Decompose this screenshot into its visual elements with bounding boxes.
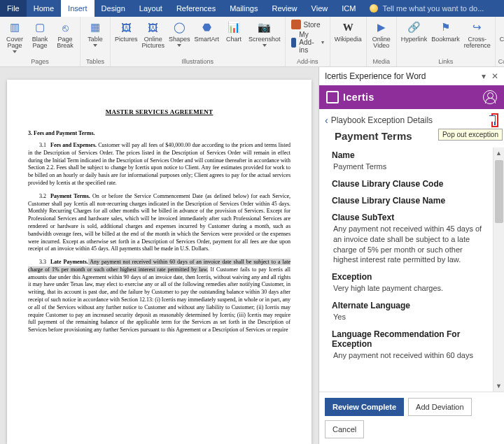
page-break-button[interactable]: ⎋PageBreak [53,18,77,55]
comment-button[interactable]: 💬Comment [498,18,504,44]
group-media-label: Media [370,58,393,66]
menu-tabs: File Home Insert Design Layout Reference… [0,0,363,17]
langrec-value: Any payment not received within 60 days [332,350,483,361]
group-links: 🔗Hyperlink ⚑Bookmark ↪Cross-reference Li… [397,17,496,66]
document-page[interactable]: MASTER SERVICES AGREEMENT 3. Fees and Pa… [7,80,312,444]
group-wiki: WWikipedia [330,17,367,66]
section-3-heading: 3. Fees and Payment Terms. [28,130,290,138]
menu-insert[interactable]: Insert [61,0,94,17]
menu-layout[interactable]: Layout [132,0,169,17]
group-addins: Store My Add-ins ▾ Add-ins [286,17,330,66]
menu-design[interactable]: Design [94,0,132,17]
para-3-2: 3.2Payment Terms. On or before the Servi… [28,193,290,253]
group-illustrations-label: Illustrations [113,58,282,66]
name-value: Payment Terms [332,162,483,172]
cancel-button[interactable]: Cancel [325,420,364,438]
name-label: Name [332,150,483,160]
scroll-down-icon[interactable]: ▼ [493,380,505,392]
back-button[interactable]: ‹ Playbook Exception Details [325,115,433,126]
group-addins-label: Add-ins [288,58,327,66]
subtext-label: Clause SubText [332,213,483,222]
pane-menu-icon[interactable]: ▾ [482,71,486,81]
breadcrumb-label: Playbook Exception Details [331,115,433,125]
group-illustrations: 🖼Pictures 🖼OnlinePictures ◯Shapes ⬣Smart… [111,17,286,66]
langrec-label: Language Recommendation For Exception [332,329,483,349]
menu-references[interactable]: References [169,0,223,17]
popout-icon[interactable] [494,115,496,125]
brand-logo-icon [326,91,339,103]
my-addins-button[interactable]: My Add-ins ▾ [291,31,324,54]
ribbon-insert: ▥CoverPage ▢BlankPage ⎋PageBreak Pages ▦… [0,17,504,67]
smartart-button[interactable]: ⬣SmartArt [193,18,221,50]
cross-reference-button[interactable]: ↪Cross-reference [463,18,492,50]
add-deviation-button[interactable]: Add Deviation [408,398,472,416]
online-video-button[interactable]: ▶OnlineVideo [370,18,393,50]
brand-name: Icertis [343,92,374,103]
clause-code-label: Clause Library Clause Code [332,179,483,189]
para-3-1: 3.1Fees and Expenses. Customer will pay … [28,142,290,187]
menu-review[interactable]: Review [265,0,304,17]
document-area[interactable]: MASTER SERVICES AGREEMENT 3. Fees and Pa… [0,67,318,444]
pane-content: Name Payment Terms Clause Library Clause… [319,148,493,392]
pane-title: Icertis Experience for Word [325,71,426,81]
icertis-task-pane: Icertis Experience for Word ▾ ✕ Icertis … [318,67,504,444]
cover-page-button[interactable]: ▥CoverPage [3,18,27,55]
chart-button[interactable]: 📊Chart [222,18,246,50]
brand-bar: Icertis [319,85,504,109]
group-pages-label: Pages [3,58,77,66]
chevron-left-icon: ‹ [325,115,328,126]
shapes-button[interactable]: ◯Shapes [167,18,192,50]
clause-name-label: Clause Library Clause Name [332,196,483,206]
store-button[interactable]: Store [291,20,324,29]
hyperlink-button[interactable]: 🔗Hyperlink [400,18,429,50]
screenshot-button[interactable]: 📷Screenshot [247,18,282,50]
blank-page-button[interactable]: ▢BlankPage [28,18,52,55]
workspace: MASTER SERVICES AGREEMENT 3. Fees and Pa… [0,67,504,444]
popout-tooltip: Pop out exception [438,129,503,141]
menu-icm[interactable]: ICM [335,0,363,17]
altlang-label: Alternate Language [332,301,483,310]
wikipedia-button[interactable]: WWikipedia [333,18,363,44]
pane-footer: Review Complete Add Deviation Cancel [319,392,504,444]
pane-scrollbar[interactable]: ▲ ▼ [493,148,504,392]
tell-me-search[interactable]: Tell me what you want to do... [363,0,484,17]
lightbulb-icon [370,4,378,13]
group-wiki-label [333,58,363,66]
pictures-button[interactable]: 🖼Pictures [113,18,139,50]
menu-bar: File Home Insert Design Layout Reference… [0,0,504,17]
bookmark-button[interactable]: ⚑Bookmark [430,18,461,50]
doc-title: MASTER SERVICES AGREEMENT [28,108,290,116]
pane-body: Name Payment Terms Clause Library Clause… [319,148,504,392]
table-button[interactable]: ▦Table [83,18,107,48]
group-comments-label: Comments [498,58,504,66]
exception-label: Exception [332,272,483,282]
pane-header: ‹ Playbook Exception Details Pop out exc… [319,109,504,129]
scroll-up-icon[interactable]: ▲ [493,148,505,159]
group-comments: 💬Comment Comments [496,17,504,66]
group-tables-label: Tables [83,58,107,66]
scroll-thumb[interactable] [495,160,503,223]
altlang-value: Yes [332,312,483,322]
para-3-3: 3.3Late Payments. Any payment not receiv… [28,259,290,334]
group-media: ▶OnlineVideo Media [367,17,397,66]
popout-highlight [491,113,498,127]
store-icon [291,20,301,29]
group-pages: ▥CoverPage ▢BlankPage ⎋PageBreak Pages [0,17,80,66]
tell-me-placeholder: Tell me what you want to do... [382,4,484,13]
addins-icon [291,38,297,48]
group-links-label: Links [400,58,492,66]
menu-mailings[interactable]: Mailings [223,0,265,17]
menu-home[interactable]: Home [27,0,61,17]
review-complete-button[interactable]: Review Complete [325,398,404,416]
online-pictures-button[interactable]: 🖼OnlinePictures [141,18,167,50]
menu-view[interactable]: View [304,0,335,17]
pane-close-icon[interactable]: ✕ [491,71,498,81]
subtext-value: Any payment not received within 45 days … [332,224,483,265]
pane-titlebar: Icertis Experience for Word ▾ ✕ [319,67,504,85]
menu-file[interactable]: File [0,0,27,17]
exception-value: Very high late payment charges. [332,283,483,294]
user-profile-icon[interactable] [483,90,497,104]
group-tables: ▦Table Tables [80,17,111,66]
